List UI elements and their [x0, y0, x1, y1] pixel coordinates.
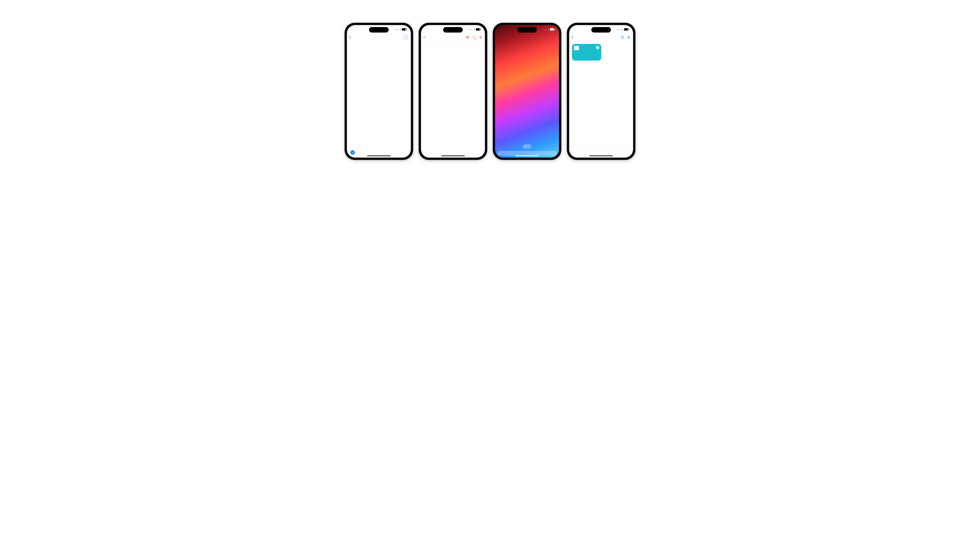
month-back-button[interactable]	[424, 37, 426, 38]
page-title	[569, 41, 633, 44]
battery-icon	[624, 28, 629, 30]
battery-icon	[402, 28, 407, 30]
search-icon: 🔍	[525, 145, 528, 148]
dynamic-island	[517, 27, 537, 32]
dock[interactable]	[497, 151, 557, 156]
cellular-icon: ····	[543, 28, 547, 31]
shortcut-tile[interactable]: ···	[572, 44, 601, 61]
dynamic-island	[443, 27, 463, 32]
shortcut-tile-icon	[574, 46, 579, 50]
dynamic-island	[591, 27, 611, 32]
home-indicator[interactable]	[589, 155, 613, 156]
date-row[interactable]	[421, 41, 485, 43]
reminders-list[interactable]	[347, 44, 411, 147]
search-button[interactable]	[473, 36, 476, 39]
cellular-icon: ····	[617, 28, 621, 31]
home-indicator[interactable]	[515, 155, 539, 156]
list-view-button[interactable]	[466, 36, 469, 38]
phone-frame-4: ···· 􀙇	[567, 23, 635, 160]
day-timeline[interactable]	[421, 44, 485, 149]
add-shortcut-button[interactable]	[627, 36, 630, 39]
wifi-icon: 􀙇	[548, 28, 549, 31]
dynamic-island	[369, 27, 389, 32]
chevron-left-icon	[423, 36, 426, 38]
phone-frame-1: ···· 􀙇 ··· +	[345, 23, 413, 160]
list-title	[347, 41, 411, 44]
back-button[interactable]	[572, 37, 574, 38]
chevron-left-icon	[571, 36, 574, 38]
battery-icon	[476, 28, 480, 30]
home-indicator[interactable]	[367, 155, 391, 156]
battery-icon	[550, 28, 555, 30]
wifi-icon: 􀙇	[622, 28, 623, 31]
tile-options-button[interactable]: ···	[596, 46, 599, 49]
chevron-left-icon	[349, 36, 352, 38]
grid-view-button[interactable]	[621, 36, 624, 39]
add-event-button[interactable]	[479, 36, 482, 39]
home-indicator[interactable]	[441, 155, 465, 156]
cellular-icon: ····	[395, 28, 399, 31]
cellular-icon: ····	[469, 28, 473, 31]
home-screen-apps[interactable]	[495, 34, 559, 142]
phone-frame-2: ···· 􀙇	[418, 23, 487, 160]
wifi-icon: 􀙇	[474, 28, 475, 31]
selected-date	[421, 43, 485, 44]
back-button[interactable]	[350, 37, 352, 38]
plus-icon: +	[350, 150, 355, 155]
spotlight-search[interactable]: 🔍	[523, 144, 531, 149]
wifi-icon: 􀙇	[400, 28, 401, 31]
phone-frame-3: ···· 􀙇 🔍	[493, 23, 562, 160]
more-options-button[interactable]: ···	[404, 35, 408, 40]
